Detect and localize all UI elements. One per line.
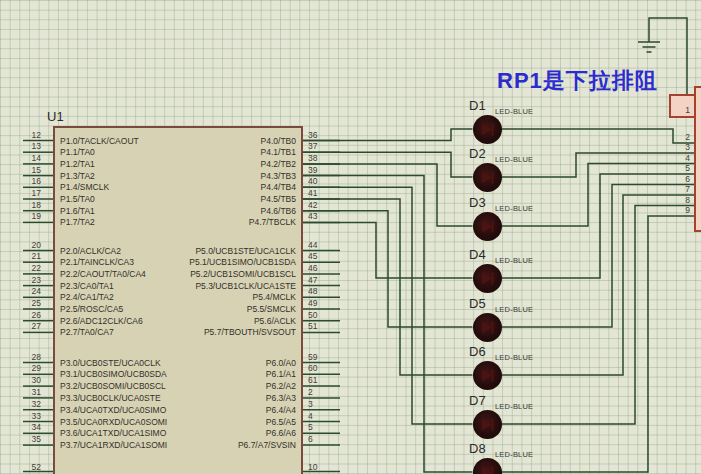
chip-pin-label: P6.3/A3: [266, 393, 296, 403]
pin-number: 3: [308, 400, 313, 409]
chip-pin-label: P4.3/TB3: [261, 171, 296, 181]
pin-number: 46: [308, 264, 317, 273]
pin-number: 20: [17, 241, 41, 250]
chip-pin-label: P5.4/MCLK: [253, 292, 296, 302]
pin-number: 12: [17, 131, 41, 140]
led-symbol-icon: [473, 115, 502, 144]
wire[interactable]: [303, 222, 473, 278]
pin-number: 29: [17, 364, 41, 373]
wire[interactable]: [303, 152, 473, 177]
pin-number: 15: [17, 166, 41, 175]
pin-number: 51: [308, 322, 317, 331]
wire[interactable]: [502, 216, 695, 472]
pin-number: 31: [17, 388, 41, 397]
chip-pin-label: P2.6/ADC12CLK/CA6: [60, 316, 143, 326]
pin-number: 36: [308, 131, 317, 140]
pin-number: 14: [17, 154, 41, 163]
chip-pin-label: P5.3/UCB1CLK/UCA1STE: [195, 281, 296, 291]
wire[interactable]: [502, 195, 695, 375]
led-symbol-icon: [473, 410, 502, 439]
pin-number: 43: [308, 212, 317, 221]
led-diode[interactable]: [473, 313, 502, 342]
wire[interactable]: [502, 129, 695, 143]
led-part-label: LED-BLUE: [495, 305, 533, 314]
pin-number: 25: [17, 299, 41, 308]
chip-pin-label: P5.7/TBOUTH/SVSOUT: [204, 327, 296, 337]
chip-pin-label: P4.4/TB4: [261, 182, 296, 192]
chip-pin-label: P2.0/ACLK/CA2: [60, 246, 121, 256]
chip-pin-label: P2.7/TA0/CA7: [60, 327, 114, 337]
pin-number: 48: [308, 287, 317, 296]
pin-number: 60: [308, 364, 317, 373]
chip-pin-label: P6.7/A7/SVSIN: [238, 440, 296, 450]
led-part-label: LED-BLUE: [495, 402, 533, 411]
wire[interactable]: [502, 164, 695, 227]
led-diode[interactable]: [473, 115, 502, 144]
pin-number: 5: [674, 164, 690, 173]
pin-number: 26: [17, 311, 41, 320]
led-symbol-icon: [473, 458, 502, 474]
pin-number: 33: [17, 412, 41, 421]
led-reference-label: D3: [469, 195, 486, 210]
chip-pin-label: P3.2/UCB0SOMI/UCB0SCL: [60, 381, 166, 391]
pin-number: 61: [308, 376, 317, 385]
wire[interactable]: [303, 187, 473, 424]
chip-pin-label: P5.1/UCB1SIMO/UCB1SDA: [189, 257, 296, 267]
wire[interactable]: [303, 164, 473, 226]
chip-pin-label: P4.2/TB2: [261, 159, 296, 169]
chip-pin-label: P4.5/TB5: [261, 194, 296, 204]
ground-symbol[interactable]: [638, 42, 660, 52]
wire[interactable]: [303, 176, 473, 472]
chip-pin-label: P6.6/A6: [266, 428, 296, 438]
led-part-label: LED-BLUE: [495, 107, 533, 116]
chip-pin-label: P5.0/UCB1STE/UCA1CLK: [195, 246, 296, 256]
chip-pin-label: P2.3/CA0/TA1: [60, 281, 114, 291]
led-symbol-icon: [473, 361, 502, 390]
led-diode[interactable]: [473, 163, 502, 192]
wire[interactable]: [303, 199, 473, 375]
pin-number: 2: [674, 133, 690, 142]
pin-number: 4: [674, 154, 690, 163]
pin-number: 39: [308, 166, 317, 175]
led-diode[interactable]: [473, 264, 502, 293]
led-reference-label: D1: [469, 98, 486, 113]
pin-number: 45: [308, 252, 317, 261]
led-symbol-icon: [473, 264, 502, 293]
pin-number: 44: [308, 241, 317, 250]
wire[interactable]: [502, 206, 695, 425]
led-diode[interactable]: [473, 410, 502, 439]
pin-number: 47: [308, 276, 317, 285]
pin-number: 32: [17, 400, 41, 409]
pin-number: 34: [17, 423, 41, 432]
chip-pin-label: P1.3/TA2: [60, 171, 95, 181]
pin-number: 21: [17, 252, 41, 261]
wire[interactable]: [303, 211, 473, 327]
pin-number: 23: [17, 276, 41, 285]
led-diode[interactable]: [473, 458, 502, 474]
pin-number: 42: [308, 201, 317, 210]
led-reference-label: D6: [469, 344, 486, 359]
chip-pin-label: P1.4/SMCLK: [60, 182, 109, 192]
pin-number: 52: [17, 463, 41, 472]
pin-number: 59: [308, 353, 317, 362]
chip-pin-label: P2.1/TAINCLK/CA3: [60, 257, 134, 267]
chip-pin-label: P4.6/TB6: [261, 206, 296, 216]
led-diode[interactable]: [473, 212, 502, 241]
chip-pin-label: P3.7/UCA1RXD/UCA1SOMI: [60, 440, 167, 450]
pin-number: 6: [674, 175, 690, 184]
pin-number: 4: [308, 412, 313, 421]
pin-number: 40: [308, 177, 317, 186]
wire[interactable]: [303, 129, 473, 141]
chip-pin-label: P5.6/ACLK: [254, 316, 296, 326]
chip-pin-label: P3.6/UCA1TXD/UCA1SIMO: [60, 428, 166, 438]
pin-number: 6: [308, 435, 313, 444]
chip-pin-label: P5.2/UCB1SOMI/UCB1SCL: [190, 269, 296, 279]
led-diode[interactable]: [473, 361, 502, 390]
led-part-label: LED-BLUE: [495, 256, 533, 265]
led-part-label: LED-BLUE: [495, 353, 533, 362]
pin-number: 38: [308, 154, 317, 163]
chip-pin-label: P3.5/UCA0RXD/UCA0SOMI: [60, 417, 167, 427]
annotation-text[interactable]: RP1是下拉排阻: [497, 66, 658, 96]
chip-pin-label: P6.5/A5: [266, 417, 296, 427]
schematic-canvas[interactable]: U1 RP1是下拉排阻 1236P1.0/TACLK/CAOUTP4.0/TB0…: [0, 0, 701, 474]
